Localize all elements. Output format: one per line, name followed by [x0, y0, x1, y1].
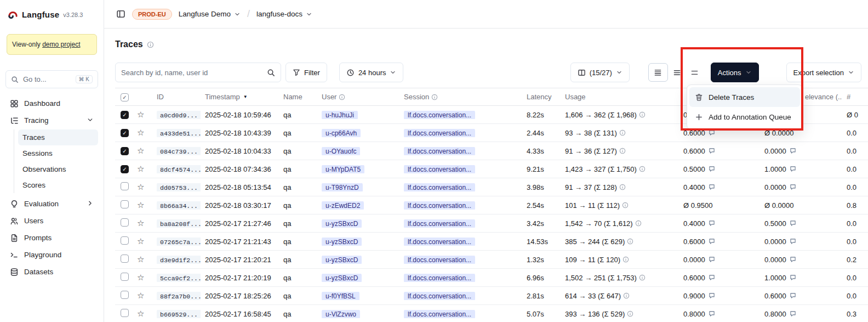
bookmark-star-icon[interactable]: ☆ — [135, 273, 152, 283]
trace-id-link[interactable]: a0cd0d9... — [157, 111, 201, 119]
sidebar-item-datasets[interactable]: Datasets — [5, 263, 98, 280]
table-row[interactable]: ✓☆084c739...2025-02-18 10:04:33qau-OYauo… — [115, 142, 868, 160]
export-selection-button[interactable]: Export selection — [786, 63, 862, 82]
sidebar-item-playground[interactable]: Playground — [5, 246, 98, 263]
session-badge[interactable]: lf.docs.conversation... — [404, 129, 475, 137]
search-icon[interactable] — [267, 69, 275, 77]
col-header-score4[interactable]: # — [842, 93, 868, 101]
session-badge[interactable]: lf.docs.conversation... — [404, 256, 475, 264]
trace-id-link[interactable]: a433de51... — [157, 129, 201, 137]
col-header-score3[interactable]: elevance (... — [801, 93, 842, 101]
row-checkbox[interactable] — [121, 200, 129, 208]
menu-item-add-to-annotation-queue[interactable]: Add to Annotation Queue — [689, 107, 800, 127]
sidebar-item-observations[interactable]: Observations — [18, 161, 98, 177]
row-checkbox[interactable] — [121, 273, 129, 281]
trace-id-link[interactable]: 88f2a7b0... — [157, 292, 201, 300]
bookmark-star-icon[interactable]: ☆ — [135, 146, 152, 156]
user-badge[interactable]: u-T98YnzD — [322, 183, 363, 191]
table-row[interactable]: ☆b669529...2025-02-17 16:58:45qau-VlZzvw… — [115, 305, 868, 322]
user-badge[interactable]: u-yzSBxcD — [322, 219, 362, 228]
trace-id-link[interactable]: 07265c7a... — [157, 238, 201, 246]
sidebar-item-dashboard[interactable]: Dashboard — [5, 95, 98, 112]
user-badge[interactable]: u-MYpDAT5 — [322, 165, 364, 173]
user-badge[interactable]: u-huJhuJi — [322, 111, 358, 119]
sidebar-item-tracing[interactable]: Tracing — [5, 112, 98, 129]
trace-id-link[interactable]: d3e9d1f2... — [157, 256, 201, 264]
bookmark-star-icon[interactable]: ☆ — [135, 236, 152, 246]
session-badge[interactable]: lf.docs.conversation... — [404, 111, 475, 119]
sidebar-item-sessions[interactable]: Sessions — [18, 145, 98, 161]
row-checkbox[interactable]: ✓ — [121, 129, 129, 137]
search-box[interactable] — [115, 63, 281, 82]
user-badge[interactable]: u-cp66Avh — [322, 129, 361, 137]
user-badge[interactable]: u-zEwdED2 — [322, 201, 364, 210]
project-picker[interactable]: langfuse-docs — [256, 10, 312, 18]
col-header-user[interactable]: User — [317, 93, 399, 101]
trace-id-link[interactable]: 8b66a34... — [157, 201, 201, 210]
row-checkbox[interactable]: ✓ — [121, 147, 129, 155]
sidebar-item-prompts[interactable]: Prompts — [5, 229, 98, 246]
bookmark-star-icon[interactable]: ☆ — [135, 309, 152, 319]
brand[interactable]: Langfuse v3.28.3 — [0, 0, 104, 29]
row-checkbox[interactable]: ✓ — [121, 165, 129, 173]
user-badge[interactable]: u-VlZzvwo — [322, 310, 360, 318]
col-header-usage[interactable]: Usage — [561, 93, 679, 101]
menu-item-delete-traces[interactable]: Delete Traces — [689, 87, 800, 107]
bookmark-star-icon[interactable]: ☆ — [135, 110, 152, 120]
user-badge[interactable]: u-yzSBxcD — [322, 238, 362, 246]
sidebar-item-traces[interactable]: Traces — [18, 129, 98, 145]
col-header-latency[interactable]: Latency — [522, 93, 561, 101]
sidebar-item-evaluation[interactable]: Evaluation — [5, 195, 98, 212]
row-height-small-button[interactable] — [648, 63, 668, 82]
table-row[interactable]: ☆5cca9cf2...2025-02-17 21:20:19qau-yzSBx… — [115, 269, 868, 287]
col-header-session[interactable]: Session — [399, 93, 522, 101]
user-badge[interactable]: u-yzSBxcD — [322, 274, 362, 282]
table-row[interactable]: ☆dd05753...2025-02-18 05:13:54qau-T98Ynz… — [115, 178, 868, 196]
row-checkbox[interactable] — [121, 291, 129, 299]
bookmark-star-icon[interactable]: ☆ — [135, 291, 152, 301]
session-badge[interactable]: lf.docs.conversation... — [404, 238, 475, 246]
sidebar-toggle-button[interactable] — [116, 9, 125, 19]
table-row[interactable]: ☆8b66a34...2025-02-18 03:30:17qau-zEwdED… — [115, 196, 868, 214]
actions-button[interactable]: Actions — [711, 63, 759, 82]
table-row[interactable]: ☆ba8a208f...2025-02-17 21:27:46qau-yzSBx… — [115, 214, 868, 233]
session-badge[interactable]: lf.docs.conversation... — [404, 201, 475, 210]
bookmark-star-icon[interactable]: ☆ — [135, 255, 152, 264]
bookmark-star-icon[interactable]: ☆ — [135, 164, 152, 174]
column-visibility-button[interactable]: (15/27) — [570, 63, 630, 82]
goto-search[interactable]: Go to... ⌘ K — [5, 70, 98, 88]
org-picker[interactable]: Langfuse Demo — [179, 10, 241, 18]
sidebar-item-scores[interactable]: Scores — [18, 177, 98, 193]
session-badge[interactable]: lf.docs.conversation... — [404, 147, 475, 155]
search-input[interactable] — [121, 69, 262, 77]
demo-project-link[interactable]: demo project — [42, 41, 80, 48]
row-checkbox[interactable]: ✓ — [121, 111, 129, 119]
user-badge[interactable]: u-yzSBxcD — [322, 256, 362, 264]
col-header-name[interactable]: Name — [279, 93, 317, 101]
table-row[interactable]: ☆07265c7a...2025-02-17 21:21:43qau-yzSBx… — [115, 233, 868, 251]
col-header-timestamp[interactable]: Timestamp ▼ — [201, 93, 279, 101]
col-header-id[interactable]: ID — [152, 93, 201, 101]
user-badge[interactable]: u-OYauofc — [322, 147, 360, 155]
sidebar-item-users[interactable]: Users — [5, 212, 98, 229]
table-row[interactable]: ✓☆8dcf4574...2025-02-18 07:34:36qau-MYpD… — [115, 160, 868, 178]
table-row[interactable]: ☆88f2a7b0...2025-02-17 18:25:26qau-f0YfB… — [115, 287, 868, 305]
trace-id-link[interactable]: 084c739... — [157, 147, 201, 155]
session-badge[interactable]: lf.docs.conversation... — [404, 310, 475, 318]
row-checkbox[interactable] — [121, 309, 129, 317]
trace-id-link[interactable]: 8dcf4574... — [157, 165, 201, 173]
trace-id-link[interactable]: dd05753... — [157, 183, 201, 191]
row-checkbox[interactable] — [121, 255, 129, 263]
row-height-large-button[interactable] — [687, 63, 703, 82]
session-badge[interactable]: lf.docs.conversation... — [404, 274, 475, 282]
trace-id-link[interactable]: b669529... — [157, 310, 201, 318]
trace-id-link[interactable]: ba8a208f... — [157, 219, 201, 228]
row-height-medium-button[interactable] — [669, 63, 686, 82]
bookmark-star-icon[interactable]: ☆ — [135, 128, 152, 138]
row-checkbox[interactable] — [121, 236, 129, 245]
session-badge[interactable]: lf.docs.conversation... — [404, 183, 475, 191]
bookmark-star-icon[interactable]: ☆ — [135, 182, 152, 192]
time-range-button[interactable]: 24 hours — [339, 63, 404, 82]
table-row[interactable]: ☆d3e9d1f2...2025-02-17 21:20:21qau-yzSBx… — [115, 251, 868, 269]
row-checkbox[interactable] — [121, 218, 129, 227]
